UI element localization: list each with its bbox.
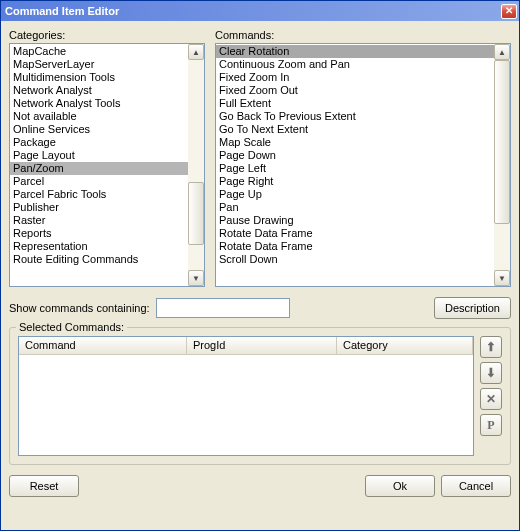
reset-button[interactable]: Reset	[9, 475, 79, 497]
cancel-button[interactable]: Cancel	[441, 475, 511, 497]
properties-button[interactable]: P	[480, 414, 502, 436]
scroll-thumb[interactable]	[188, 182, 204, 245]
category-item[interactable]: Network Analyst Tools	[10, 97, 188, 110]
client-area: Categories: MapCacheMapServerLayerMultid…	[1, 21, 519, 530]
command-item[interactable]: Page Right	[216, 175, 494, 188]
scroll-down-button[interactable]: ▼	[494, 270, 510, 286]
col-command[interactable]: Command	[19, 337, 187, 354]
arrow-up-icon: 🠩	[485, 340, 497, 354]
category-item[interactable]: Multidimension Tools	[10, 71, 188, 84]
filter-input[interactable]	[156, 298, 290, 318]
category-item[interactable]: Pan/Zoom	[10, 162, 188, 175]
category-item[interactable]: Reports	[10, 227, 188, 240]
categories-list-body: MapCacheMapServerLayerMultidimension Too…	[10, 44, 188, 286]
filter-label: Show commands containing:	[9, 302, 150, 314]
category-item[interactable]: Not available	[10, 110, 188, 123]
col-category[interactable]: Category	[337, 337, 473, 354]
command-item[interactable]: Rotate Data Frame	[216, 240, 494, 253]
commands-panel: Commands: Clear RotationContinuous Zoom …	[215, 29, 511, 287]
categories-listbox[interactable]: MapCacheMapServerLayerMultidimension Too…	[9, 43, 205, 287]
close-icon: ✕	[505, 5, 513, 16]
chevron-down-icon: ▼	[498, 274, 506, 283]
category-item[interactable]: Online Services	[10, 123, 188, 136]
p-icon: P	[487, 418, 494, 433]
command-item[interactable]: Rotate Data Frame	[216, 227, 494, 240]
scroll-track[interactable]	[494, 60, 510, 270]
category-item[interactable]: Route Editing Commands	[10, 253, 188, 266]
selected-inner: Command ProgId Category 🠩 🠫 ✕ P	[18, 336, 502, 456]
table-body	[19, 355, 473, 455]
move-down-button[interactable]: 🠫	[480, 362, 502, 384]
selected-commands-table[interactable]: Command ProgId Category	[18, 336, 474, 456]
categories-panel: Categories: MapCacheMapServerLayerMultid…	[9, 29, 205, 287]
ok-button[interactable]: Ok	[365, 475, 435, 497]
chevron-up-icon: ▲	[498, 48, 506, 57]
command-item[interactable]: Scroll Down	[216, 253, 494, 266]
selected-commands-group: Selected Commands: Command ProgId Catego…	[9, 327, 511, 465]
commands-label: Commands:	[215, 29, 511, 41]
chevron-up-icon: ▲	[192, 48, 200, 57]
bottom-right: Ok Cancel	[365, 475, 511, 497]
selected-commands-label: Selected Commands:	[16, 321, 127, 333]
scroll-up-button[interactable]: ▲	[494, 44, 510, 60]
command-item[interactable]: Fixed Zoom In	[216, 71, 494, 84]
titlebar: Command Item Editor ✕	[1, 1, 519, 21]
scroll-track[interactable]	[188, 60, 204, 270]
category-item[interactable]: MapCache	[10, 45, 188, 58]
chevron-down-icon: ▼	[192, 274, 200, 283]
table-header-row: Command ProgId Category	[19, 337, 473, 355]
category-item[interactable]: Raster	[10, 214, 188, 227]
delete-icon: ✕	[486, 392, 496, 406]
category-item[interactable]: Publisher	[10, 201, 188, 214]
description-button[interactable]: Description	[434, 297, 511, 319]
command-item[interactable]: Full Extent	[216, 97, 494, 110]
arrow-down-icon: 🠫	[485, 366, 497, 380]
categories-scrollbar[interactable]: ▲ ▼	[188, 44, 204, 286]
filter-row: Show commands containing: Description	[9, 297, 511, 319]
categories-label: Categories:	[9, 29, 205, 41]
command-item[interactable]: Page Left	[216, 162, 494, 175]
category-item[interactable]: Parcel	[10, 175, 188, 188]
lists-row: Categories: MapCacheMapServerLayerMultid…	[9, 29, 511, 287]
category-item[interactable]: Network Analyst	[10, 84, 188, 97]
remove-button[interactable]: ✕	[480, 388, 502, 410]
col-progid[interactable]: ProgId	[187, 337, 337, 354]
category-item[interactable]: MapServerLayer	[10, 58, 188, 71]
command-item[interactable]: Fixed Zoom Out	[216, 84, 494, 97]
category-item[interactable]: Representation	[10, 240, 188, 253]
command-item[interactable]: Go To Next Extent	[216, 123, 494, 136]
command-item[interactable]: Go Back To Previous Extent	[216, 110, 494, 123]
commands-listbox[interactable]: Clear RotationContinuous Zoom and PanFix…	[215, 43, 511, 287]
command-item[interactable]: Pause Drawing	[216, 214, 494, 227]
command-item[interactable]: Continuous Zoom and Pan	[216, 58, 494, 71]
command-item[interactable]: Page Up	[216, 188, 494, 201]
close-button[interactable]: ✕	[501, 4, 517, 19]
command-item[interactable]: Clear Rotation	[216, 45, 494, 58]
category-item[interactable]: Package	[10, 136, 188, 149]
commands-list-body: Clear RotationContinuous Zoom and PanFix…	[216, 44, 494, 286]
command-item[interactable]: Map Scale	[216, 136, 494, 149]
move-up-button[interactable]: 🠩	[480, 336, 502, 358]
dialog-window: Command Item Editor ✕ Categories: MapCac…	[0, 0, 520, 531]
category-item[interactable]: Page Layout	[10, 149, 188, 162]
scroll-down-button[interactable]: ▼	[188, 270, 204, 286]
bottom-buttons-row: Reset Ok Cancel	[9, 475, 511, 497]
scroll-thumb[interactable]	[494, 60, 510, 224]
commands-scrollbar[interactable]: ▲ ▼	[494, 44, 510, 286]
command-item[interactable]: Pan	[216, 201, 494, 214]
window-title: Command Item Editor	[5, 5, 119, 17]
command-item[interactable]: Page Down	[216, 149, 494, 162]
category-item[interactable]: Parcel Fabric Tools	[10, 188, 188, 201]
scroll-up-button[interactable]: ▲	[188, 44, 204, 60]
side-buttons: 🠩 🠫 ✕ P	[480, 336, 502, 456]
